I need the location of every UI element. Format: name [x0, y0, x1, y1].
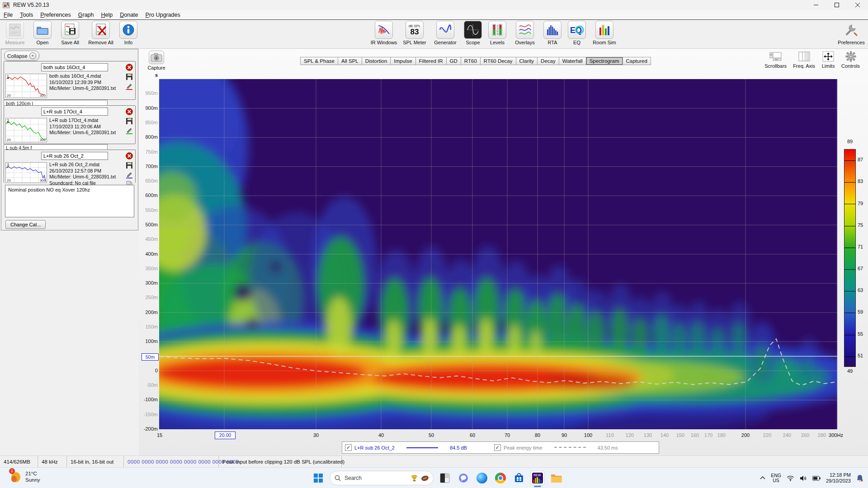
measurement-card-1[interactable]: 1 20 300 both subs 16Oct_4.mdat 16/10/20…	[4, 61, 136, 100]
tab-gd[interactable]: GD	[446, 57, 461, 65]
open-folder-icon	[36, 23, 49, 37]
save-measurement-icon[interactable]	[126, 73, 133, 80]
scope-button[interactable]	[464, 21, 482, 39]
spectrogram-plot[interactable]	[159, 79, 837, 429]
windows-taskbar: 1 21°CSunny Search REW ENGUS 12:18 PM29/…	[0, 467, 868, 488]
app-icon-file-explorer[interactable]	[549, 471, 563, 485]
tab-all-spl[interactable]: All SPL	[338, 57, 362, 65]
save-measurement-icon[interactable]	[126, 162, 133, 169]
app-icon-store[interactable]	[512, 471, 526, 485]
trace-color-pen-icon[interactable]	[126, 83, 133, 90]
x-tick: 50	[418, 432, 445, 438]
tab-captured[interactable]: Captured	[623, 57, 651, 65]
notification-bell-icon[interactable]	[856, 474, 863, 482]
search-box[interactable]: Search	[330, 471, 434, 485]
menu-tools[interactable]: Tools	[16, 11, 37, 19]
measurement-2-info: L+R sub 17Oct_4.mdat 17/10/2023 11:20:06…	[49, 117, 123, 136]
levels-label: Levels	[490, 40, 505, 45]
thumb-axis-max: 300	[40, 138, 46, 142]
clock[interactable]: 12:18 PM29/10/2023	[826, 472, 851, 484]
volume-icon[interactable]	[800, 475, 807, 481]
overlays-button[interactable]	[516, 21, 534, 39]
toolbar: Measure Open Save All Remove All Info IR…	[0, 20, 868, 49]
y-axis-unit: s	[139, 72, 158, 78]
rta-button[interactable]	[543, 21, 561, 39]
change-cal-button[interactable]: Change Cal...	[5, 220, 46, 229]
scrollbars-label: Scrollbars	[764, 63, 787, 69]
app-icon-chat[interactable]	[456, 471, 471, 485]
maximize-button[interactable]	[826, 0, 847, 10]
tab-distortion[interactable]: Distortion	[362, 57, 391, 65]
thumb-axis-min: 20	[7, 138, 11, 142]
ir-windows-button[interactable]	[375, 21, 393, 39]
menu-help[interactable]: Help	[98, 11, 117, 19]
capture-control: Capture	[145, 51, 168, 70]
close-button[interactable]	[847, 0, 868, 10]
room-sim-button[interactable]	[595, 21, 613, 39]
start-button[interactable]	[311, 471, 326, 485]
measurement-1-delete-button[interactable]	[126, 64, 133, 71]
app-icon-photos[interactable]	[438, 471, 452, 485]
tab-decay[interactable]: Decay	[537, 57, 559, 65]
freq-axis-button[interactable]	[797, 51, 811, 62]
weather-widget[interactable]: 1 21°CSunny	[10, 470, 40, 483]
spl-meter-label: SPL Meter	[403, 40, 426, 45]
menu-preferences[interactable]: Preferences	[37, 11, 74, 19]
tab-filtered-ir[interactable]: Filtered IR	[415, 57, 447, 65]
minimize-button[interactable]	[806, 0, 826, 10]
save-all-button[interactable]	[61, 21, 79, 39]
trace-visibility-checkbox[interactable]: ✓	[345, 444, 352, 451]
menu-pro-upgrades[interactable]: Pro Upgrades	[142, 11, 184, 19]
tab-spl-phase[interactable]: SPL & Phase	[300, 57, 338, 65]
collapse-button[interactable]: Collapse«	[4, 51, 39, 61]
menu-donate[interactable]: Donate	[116, 11, 142, 19]
generator-button[interactable]	[436, 21, 454, 39]
language-indicator[interactable]: ENGUS	[771, 473, 781, 483]
camera-icon	[151, 53, 162, 62]
hidden-measurement-tab-1[interactable]: both 120cm l	[4, 100, 108, 105]
scrollbars-button[interactable]	[769, 51, 783, 62]
measurement-3-delete-button[interactable]	[126, 152, 133, 160]
limits-button[interactable]	[821, 51, 835, 62]
menu-graph[interactable]: Graph	[75, 11, 98, 19]
measurement-2-delete-button[interactable]	[126, 108, 133, 115]
remove-all-button[interactable]	[92, 21, 110, 39]
measurement-1-name-input[interactable]	[41, 63, 108, 71]
x-tick: 180	[708, 432, 735, 438]
measurement-card-2[interactable]: 2 20 300 L+R sub 17Oct_4.mdat 17/10/2023…	[4, 105, 136, 144]
info-button[interactable]	[119, 21, 137, 39]
tray-expand-chevron[interactable]	[760, 476, 765, 480]
app-icon-chrome[interactable]	[493, 471, 508, 485]
levels-icon: 0369	[491, 23, 504, 37]
eq-button[interactable]: EQ	[568, 21, 586, 39]
y-tick: 350m	[139, 266, 158, 271]
open-button[interactable]	[33, 21, 52, 39]
measurement-card-3[interactable]: 3 20 300 L+R sub 26 Oct_2.mdat 26/10/202…	[4, 150, 136, 183]
tab-rt60-decay[interactable]: RT60 Decay	[480, 57, 516, 65]
controls-button[interactable]	[844, 51, 858, 62]
app-icon-rew-active[interactable]: REW	[530, 471, 545, 485]
spl-meter-button[interactable]: dB SPL83	[406, 21, 424, 39]
tab-clarity[interactable]: Clarity	[516, 57, 538, 65]
tab-impulse[interactable]: Impulse	[390, 57, 415, 65]
tab-waterfall[interactable]: Waterfall	[559, 57, 586, 65]
measurement-3-name-input[interactable]	[41, 152, 108, 160]
tab-rt60[interactable]: RT60	[461, 57, 481, 65]
graph-panel: Capture SPL & Phase All SPL Distortion I…	[139, 49, 868, 455]
wifi-icon[interactable]	[787, 475, 794, 481]
capture-button[interactable]	[149, 51, 164, 64]
save-measurement-icon[interactable]	[126, 117, 133, 125]
peak-energy-checkbox[interactable]: ✓	[494, 444, 501, 451]
trace-color-pen-icon[interactable]	[126, 127, 133, 134]
hidden-measurement-tab-2[interactable]: L sub 4.5m f	[4, 144, 108, 150]
menu-file[interactable]: File	[0, 11, 16, 19]
measurement-notes-input[interactable]: Nominal position NO eq Xover 120hz	[5, 185, 134, 217]
y-tick: 200m	[139, 310, 158, 315]
measurement-2-name-input[interactable]	[41, 108, 108, 116]
battery-icon[interactable]	[812, 476, 821, 481]
trace-color-pen-icon[interactable]	[126, 171, 133, 178]
levels-button[interactable]: 0369	[488, 21, 506, 39]
app-icon-edge[interactable]	[475, 471, 489, 485]
preferences-button[interactable]	[842, 21, 860, 39]
tab-spectrogram[interactable]: Spectrogram	[586, 57, 623, 65]
